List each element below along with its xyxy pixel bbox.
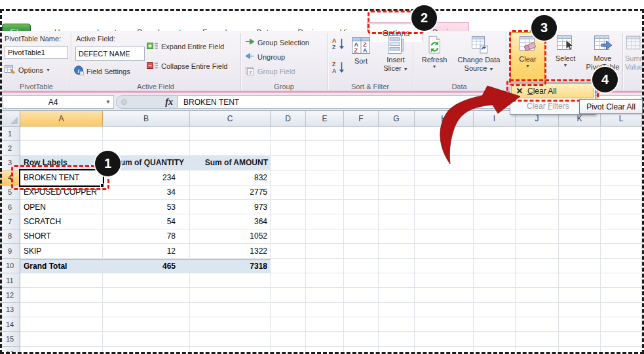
cell-A16[interactable] xyxy=(20,347,103,352)
cell-K11[interactable] xyxy=(559,273,601,288)
cell-L5[interactable] xyxy=(601,186,642,200)
cell-H15[interactable] xyxy=(415,332,474,346)
cell-I5[interactable] xyxy=(474,186,516,200)
cell-L13[interactable] xyxy=(601,303,642,317)
row-header-13[interactable]: 13 xyxy=(0,303,20,317)
cell-F9[interactable] xyxy=(344,244,379,258)
cell-E14[interactable] xyxy=(306,317,344,332)
cell-D15[interactable] xyxy=(271,332,306,346)
cell-B16[interactable] xyxy=(103,347,190,352)
cell-E5[interactable] xyxy=(306,186,344,200)
row-header-6[interactable]: 6 xyxy=(0,200,20,214)
cell-K12[interactable] xyxy=(559,288,601,302)
cell-G11[interactable] xyxy=(379,273,415,288)
cell-B7[interactable]: 54 xyxy=(103,214,190,229)
cell-B11[interactable] xyxy=(103,273,190,288)
cell-G9[interactable] xyxy=(379,244,415,258)
cell-I6[interactable] xyxy=(474,200,516,214)
cell-C3[interactable]: Sum of AMOUNT xyxy=(190,156,271,170)
cell-H7[interactable] xyxy=(415,214,474,229)
cell-H3[interactable] xyxy=(415,156,474,170)
cell-F14[interactable] xyxy=(344,317,379,332)
cell-J5[interactable] xyxy=(516,186,559,200)
cell-A2[interactable] xyxy=(20,141,103,155)
cell-H9[interactable] xyxy=(415,244,474,258)
cell-D3[interactable] xyxy=(271,156,306,170)
cell-H1[interactable] xyxy=(415,127,474,141)
column-header-E[interactable]: E xyxy=(306,111,344,127)
cell-D9[interactable] xyxy=(271,244,306,258)
cell-F15[interactable] xyxy=(344,332,379,346)
cell-K6[interactable] xyxy=(559,200,601,214)
cell-I3[interactable] xyxy=(474,156,516,170)
cell-H14[interactable] xyxy=(415,317,474,332)
cell-F13[interactable] xyxy=(344,303,379,317)
select-all-corner[interactable] xyxy=(0,111,20,127)
cell-E2[interactable] xyxy=(306,141,344,155)
cell-J7[interactable] xyxy=(516,214,559,229)
cell-F16[interactable] xyxy=(344,347,379,352)
cell-F10[interactable] xyxy=(344,259,379,273)
cell-B9[interactable]: 12 xyxy=(103,244,190,258)
cell-C16[interactable] xyxy=(190,347,271,352)
cell-J9[interactable] xyxy=(516,244,559,258)
cell-H10[interactable] xyxy=(415,259,474,273)
cell-E12[interactable] xyxy=(306,288,344,302)
row-header-14[interactable]: 14 xyxy=(0,317,20,332)
cell-E10[interactable] xyxy=(306,259,344,273)
cell-K8[interactable] xyxy=(559,229,601,244)
cell-E6[interactable] xyxy=(306,200,344,214)
cell-K16[interactable] xyxy=(559,347,601,352)
cell-E4[interactable] xyxy=(306,170,344,185)
cell-D16[interactable] xyxy=(271,347,306,352)
name-box[interactable]: A4 ▼ xyxy=(3,95,114,109)
cell-I4[interactable] xyxy=(474,170,516,185)
cell-C7[interactable]: 364 xyxy=(190,214,271,229)
cell-B12[interactable] xyxy=(103,288,190,302)
cell-D7[interactable] xyxy=(271,214,306,229)
cell-K2[interactable] xyxy=(559,141,601,155)
cell-A12[interactable] xyxy=(20,288,103,302)
cell-A4[interactable]: BROKEN TENT xyxy=(20,170,103,185)
cell-J8[interactable] xyxy=(516,229,559,244)
cell-C6[interactable]: 973 xyxy=(190,200,271,214)
cell-G10[interactable] xyxy=(379,259,415,273)
cell-I11[interactable] xyxy=(474,273,516,288)
insert-function-icon[interactable]: fx xyxy=(165,97,173,108)
cell-L3[interactable] xyxy=(601,156,642,170)
row-header-9[interactable]: 9 xyxy=(0,244,20,258)
cell-L14[interactable] xyxy=(601,317,642,332)
cell-H12[interactable] xyxy=(415,288,474,302)
cell-E8[interactable] xyxy=(306,229,344,244)
cell-L11[interactable] xyxy=(601,273,642,288)
cell-F4[interactable] xyxy=(344,170,379,185)
cell-J10[interactable] xyxy=(516,259,559,273)
cell-E1[interactable] xyxy=(306,127,344,141)
cell-B14[interactable] xyxy=(103,317,190,332)
cell-E11[interactable] xyxy=(306,273,344,288)
cell-H13[interactable] xyxy=(415,303,474,317)
row-header-10[interactable]: 10 xyxy=(0,259,20,273)
cell-J6[interactable] xyxy=(516,200,559,214)
cell-F8[interactable] xyxy=(344,229,379,244)
cell-A11[interactable] xyxy=(20,273,103,288)
cell-L9[interactable] xyxy=(601,244,642,258)
cell-E7[interactable] xyxy=(306,214,344,229)
cell-K5[interactable] xyxy=(559,186,601,200)
cell-H11[interactable] xyxy=(415,273,474,288)
cell-C4[interactable]: 832 xyxy=(190,170,271,185)
cell-J4[interactable] xyxy=(516,170,559,185)
cell-I8[interactable] xyxy=(474,229,516,244)
cell-I9[interactable] xyxy=(474,244,516,258)
cell-K7[interactable] xyxy=(559,214,601,229)
cell-G12[interactable] xyxy=(379,288,415,302)
cell-A13[interactable] xyxy=(20,303,103,317)
cell-A10[interactable]: Grand Total xyxy=(20,259,103,273)
cell-C9[interactable]: 1322 xyxy=(190,244,271,258)
cell-K14[interactable] xyxy=(559,317,601,332)
cell-L8[interactable] xyxy=(601,229,642,244)
cell-B10[interactable]: 465 xyxy=(103,259,190,273)
cell-G14[interactable] xyxy=(379,317,415,332)
pivottable-options-button[interactable]: Options ▼ xyxy=(5,64,50,75)
row-header-7[interactable]: 7 xyxy=(0,214,20,229)
